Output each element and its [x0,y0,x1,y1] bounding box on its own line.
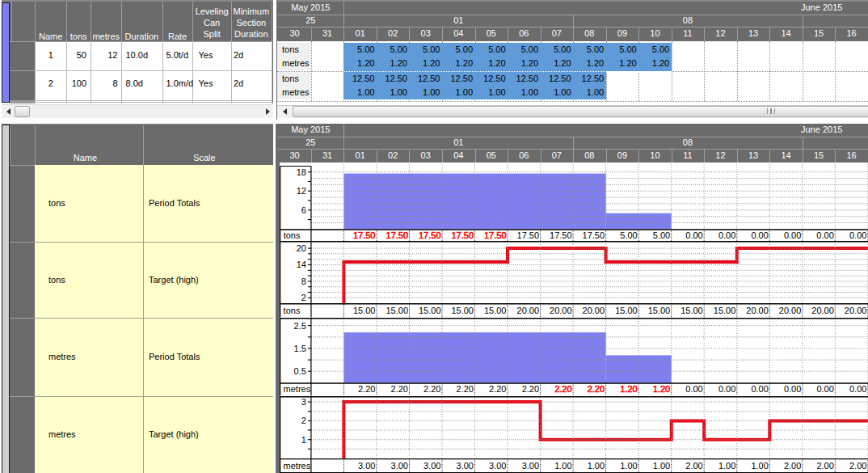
svg-text:0.00: 0.00 [685,384,702,394]
svg-text:17.50: 17.50 [517,230,540,240]
svg-text:20.00: 20.00 [746,306,769,315]
svg-text:20.00: 20.00 [811,306,834,315]
svg-text:15.00: 15.00 [452,306,474,315]
svg-text:1.5: 1.5 [294,344,306,353]
svg-text:6: 6 [301,205,306,214]
svg-text:17.50: 17.50 [452,230,474,240]
svg-text:15.00: 15.00 [386,306,409,315]
svg-text:tons: tons [284,306,301,315]
svg-text:2.20: 2.20 [588,384,605,394]
svg-text:2.5: 2.5 [294,321,306,331]
svg-text:20.00: 20.00 [550,306,571,315]
svg-text:0.00: 0.00 [849,384,866,394]
svg-text:1.00: 1.00 [620,461,637,471]
svg-text:18: 18 [297,167,306,176]
svg-text:1.20: 1.20 [653,384,670,394]
svg-text:2.20: 2.20 [391,384,408,394]
svg-text:2: 2 [301,294,306,303]
svg-text:tons: tons [284,230,301,240]
svg-text:metres: metres [284,461,311,471]
svg-text:0.00: 0.00 [816,230,833,240]
svg-text:1: 1 [301,434,306,444]
svg-text:14: 14 [297,260,306,270]
svg-text:17.50: 17.50 [484,230,507,240]
svg-text:metres: metres [284,384,311,394]
svg-text:2: 2 [301,416,306,425]
svg-text:17.50: 17.50 [583,230,605,240]
svg-text:2.00: 2.00 [849,461,866,471]
svg-text:0.00: 0.00 [784,230,801,240]
svg-text:15.00: 15.00 [419,306,441,315]
svg-text:20.00: 20.00 [517,306,540,315]
svg-text:0.00: 0.00 [718,230,735,240]
svg-text:17.50: 17.50 [550,230,572,240]
svg-text:0.00: 0.00 [751,384,768,394]
svg-text:17.50: 17.50 [353,230,376,240]
svg-text:2.00: 2.00 [685,461,702,471]
svg-text:2.20: 2.20 [489,384,506,394]
svg-text:12: 12 [297,186,306,196]
svg-text:2.20: 2.20 [457,384,474,394]
svg-text:1.00: 1.00 [554,461,571,471]
svg-text:0.00: 0.00 [751,230,768,240]
svg-text:2.20: 2.20 [423,384,440,394]
svg-text:1.20: 1.20 [620,384,637,394]
svg-text:15.00: 15.00 [648,306,671,315]
svg-text:0.00: 0.00 [849,230,866,240]
svg-text:5.00: 5.00 [653,230,670,240]
svg-text:20: 20 [297,243,306,253]
svg-text:3.00: 3.00 [358,461,375,471]
svg-text:20.00: 20.00 [845,306,867,315]
svg-text:3.00: 3.00 [489,461,506,471]
svg-text:5.00: 5.00 [620,230,637,240]
svg-text:3.00: 3.00 [391,461,408,471]
svg-text:1.00: 1.00 [751,461,768,471]
svg-text:0.00: 0.00 [718,384,735,394]
svg-text:17.50: 17.50 [419,230,441,240]
svg-text:15.00: 15.00 [714,306,736,315]
svg-text:1.00: 1.00 [588,461,605,471]
svg-text:2.20: 2.20 [358,384,375,394]
svg-text:2.00: 2.00 [816,461,833,471]
svg-text:3.00: 3.00 [457,461,474,471]
svg-text:1.00: 1.00 [718,461,735,471]
svg-text:2.20: 2.20 [522,384,539,394]
svg-text:3.00: 3.00 [423,461,440,471]
svg-text:15.00: 15.00 [353,306,376,315]
svg-text:15.00: 15.00 [615,306,638,315]
svg-text:3: 3 [301,397,306,407]
svg-text:20.00: 20.00 [779,306,802,315]
svg-text:17.50: 17.50 [386,230,409,240]
svg-text:3.00: 3.00 [522,461,539,471]
svg-text:2.20: 2.20 [554,384,571,394]
svg-text:20.00: 20.00 [583,306,605,315]
svg-text:0.00: 0.00 [685,230,702,240]
svg-text:0.5: 0.5 [294,366,306,376]
svg-text:8: 8 [301,277,306,286]
svg-text:0.00: 0.00 [784,384,801,394]
svg-text:1.00: 1.00 [653,461,670,471]
svg-text:15.00: 15.00 [680,306,703,315]
svg-text:0.00: 0.00 [816,384,833,394]
svg-text:15.00: 15.00 [484,306,507,315]
svg-text:2.00: 2.00 [784,461,801,471]
